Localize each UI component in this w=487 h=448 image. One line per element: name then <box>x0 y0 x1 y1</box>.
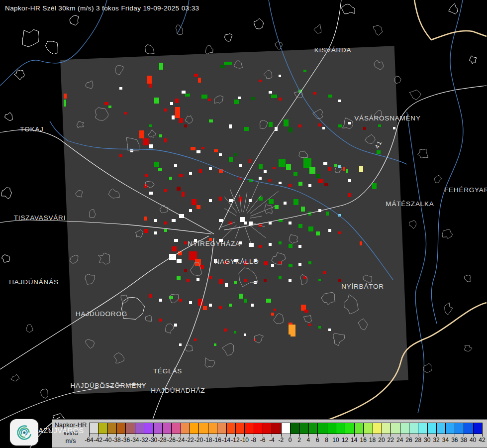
legend-tick-label: 14 <box>351 437 357 444</box>
radar-cell <box>338 124 342 127</box>
radar-cell <box>298 245 301 248</box>
radar-cell <box>145 174 148 177</box>
legend-color-box <box>226 423 236 434</box>
radar-cell <box>229 304 232 307</box>
radar-cell <box>254 338 256 341</box>
legend-tick-label: -4 <box>269 437 275 444</box>
radar-cell <box>308 324 311 326</box>
radar-map[interactable] <box>0 0 487 448</box>
legend-tick-label: -40 <box>103 437 111 444</box>
legend-color-box <box>427 423 437 434</box>
radar-cell <box>323 162 327 165</box>
legend-color-box <box>382 423 391 434</box>
legend-tick-label: -6 <box>260 437 266 444</box>
city-label-hajddorog: HAJDÚDOROG <box>76 310 127 318</box>
legend-color-box <box>272 423 281 434</box>
legend-color-box <box>327 423 336 434</box>
legend-tick-label: 2 <box>297 437 301 444</box>
radar-cell <box>301 207 305 212</box>
radar-cell <box>271 264 274 267</box>
legend-tick-label: -20 <box>195 437 203 444</box>
page-title: Napkor-HR Szél 30km (m/s) 3 fokos Friday… <box>5 4 199 12</box>
legend-color-box <box>317 423 327 434</box>
legend-color-box <box>198 423 208 434</box>
legend-color-box <box>125 423 135 434</box>
legend-tick-label: 34 <box>442 437 449 444</box>
radar-cell <box>259 177 262 180</box>
radar-cell <box>328 329 331 331</box>
city-label-kisvrda: KISVÁRDA <box>314 46 352 54</box>
radar-cell <box>199 169 202 173</box>
legend-color-box <box>217 423 226 434</box>
radar-cell <box>159 299 162 302</box>
radar-cell <box>185 94 190 97</box>
legend-tick-label: 8 <box>325 437 328 444</box>
radar-cell <box>338 279 341 282</box>
radar-cell <box>286 164 291 170</box>
legend-color-box <box>290 423 299 434</box>
city-label-fehrgyarmat: FEHÉRGYARMAT <box>444 186 487 194</box>
radar-cell <box>360 241 362 245</box>
radar-cell <box>289 222 292 224</box>
radar-cell <box>174 164 177 167</box>
radar-cell <box>279 261 282 264</box>
radar-cell <box>189 301 192 304</box>
radar-cell <box>318 326 321 329</box>
legend-color-box <box>336 423 345 434</box>
legend-color-box <box>464 423 473 434</box>
legend-color-box <box>299 423 309 434</box>
legend-color-box <box>135 423 144 434</box>
radar-cell <box>144 217 147 221</box>
city-label-nyregyhza: NYÍREGYHÁZA <box>188 240 240 247</box>
app-logo-icon[interactable] <box>10 419 38 446</box>
legend-color-box <box>354 423 364 434</box>
radar-cell <box>304 310 308 313</box>
radar-cell <box>393 127 395 129</box>
legend-tick-label: -24 <box>176 437 185 444</box>
legend-color-box <box>208 423 217 434</box>
radar-cell <box>273 167 276 169</box>
radar-cell <box>266 299 271 303</box>
radar-cell <box>208 99 211 101</box>
radar-cell <box>269 243 272 246</box>
legend-tick-label: -34 <box>130 437 139 444</box>
radar-cell <box>318 179 323 183</box>
legend-color-box <box>308 423 318 434</box>
legend-tick-label: -10 <box>240 437 249 444</box>
radar-cell <box>372 183 377 189</box>
radar-cell <box>264 261 268 265</box>
legend-tick-label: -2 <box>278 437 284 444</box>
radar-cell <box>192 199 196 205</box>
radar-cell <box>104 102 108 105</box>
legend-tick-label: -18 <box>203 437 212 444</box>
radar-cell <box>144 229 148 233</box>
radar-cell <box>194 338 196 341</box>
radar-cell <box>279 241 282 244</box>
radar-cell <box>209 167 212 170</box>
radar-cell <box>271 95 277 98</box>
radar-cell <box>209 199 212 202</box>
legend-tick-label: 38 <box>461 437 467 444</box>
radar-cell <box>220 65 225 68</box>
legend-tick-label: -22 <box>185 437 194 444</box>
radar-cell <box>119 87 122 90</box>
legend-color-box <box>446 423 455 434</box>
legend-color-box <box>107 423 117 434</box>
radar-cell <box>264 279 267 282</box>
radar-cell <box>259 80 262 82</box>
radar-cell <box>184 241 187 244</box>
radar-cell <box>338 100 341 102</box>
radar-cell <box>249 243 254 247</box>
radar-cell <box>154 162 159 167</box>
legend-panel: Napkor-HR Wind m/s -64-42-40-38-36-34-32… <box>52 419 487 448</box>
radar-cell <box>318 123 321 126</box>
legend-color-box <box>235 423 245 434</box>
legend-color-box <box>190 423 199 434</box>
radar-cell <box>363 127 366 130</box>
legend-color-box <box>436 423 446 434</box>
radar-cell <box>279 276 282 279</box>
legend-color-box <box>98 423 107 434</box>
radar-cell <box>179 174 183 177</box>
radar-cell <box>234 281 237 284</box>
radar-cell <box>149 84 152 88</box>
